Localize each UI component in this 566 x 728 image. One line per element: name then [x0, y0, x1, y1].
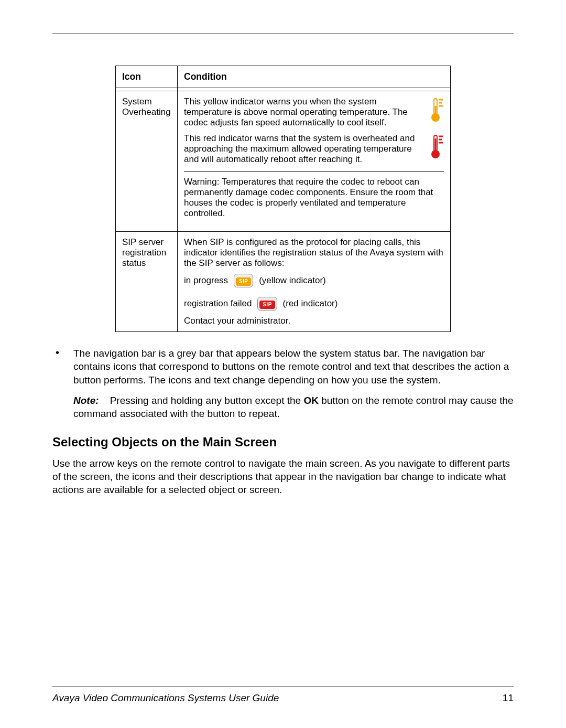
condition-red: This red indicator warns that the system… — [184, 133, 444, 165]
condition-yellow: This yellow indicator warns you when the… — [184, 97, 444, 128]
note-ok: OK — [303, 395, 319, 406]
condition-warning: Warning: Temperatures that require the c… — [184, 177, 444, 219]
bullet-dot-icon: • — [52, 347, 73, 386]
sip-badge-text: SIP — [236, 277, 252, 286]
footer-title: Avaya Video Communications Systems User … — [52, 692, 279, 704]
footer-row: Avaya Video Communications Systems User … — [52, 692, 514, 704]
inner-rule — [184, 171, 444, 172]
page-footer: Avaya Video Communications Systems User … — [52, 687, 514, 704]
footer-rule — [52, 687, 514, 687]
sip-yellow-icon: SIP — [234, 274, 254, 287]
sip-failed-suffix: (red indicator) — [283, 298, 338, 308]
row-icon-label: SIP server registration status — [116, 232, 178, 331]
sip-failed-prefix: registration failed — [184, 298, 252, 308]
page: Icon Condition System Overheating This y… — [0, 0, 566, 728]
note-before-ok: Pressing and holding any button except t… — [110, 395, 304, 406]
condition-red-text: This red indicator warns that the system… — [184, 133, 415, 164]
sip-intro: When SIP is configured as the protocol f… — [184, 237, 444, 269]
sip-inprogress-prefix: in progress — [184, 275, 228, 285]
conditions-table: Icon Condition System Overheating This y… — [115, 66, 451, 332]
header-icon: Icon — [116, 66, 178, 88]
row-condition: When SIP is configured as the protocol f… — [178, 232, 450, 331]
note-block: Note: Pressing and holding any button ex… — [73, 394, 514, 420]
table-header-row: Icon Condition — [116, 66, 450, 88]
bullet-text: The navigation bar is a grey bar that ap… — [73, 347, 514, 386]
sip-inprogress-line: in progress SIP (yellow indicator) — [184, 274, 444, 287]
row-condition: This yellow indicator warns you when the… — [178, 91, 450, 231]
table-row: SIP server registration status When SIP … — [116, 232, 450, 331]
svg-point-11 — [431, 150, 440, 158]
top-rule — [52, 34, 514, 34]
condition-yellow-text: This yellow indicator warns you when the… — [184, 97, 408, 127]
bullet-item: • The navigation bar is a grey bar that … — [52, 347, 514, 386]
sip-inprogress-suffix: (yellow indicator) — [259, 275, 326, 285]
sip-failed-line: registration failed SIP (red indicator) — [184, 297, 444, 311]
note-label: Note: — [73, 395, 99, 406]
footer-page-number: 11 — [503, 692, 514, 704]
sip-red-icon: SIP — [257, 297, 277, 311]
section-heading: Selecting Objects on the Main Screen — [52, 435, 514, 449]
section-body: Use the arrow keys on the remote control… — [52, 457, 514, 496]
header-condition: Condition — [178, 66, 450, 88]
sip-contact: Contact your administrator. — [184, 316, 444, 326]
sip-badge-text: SIP — [259, 301, 275, 309]
svg-point-5 — [431, 113, 440, 122]
thermometer-yellow-icon — [429, 97, 444, 123]
thermometer-red-icon — [429, 133, 444, 159]
row-icon-label: System Overheating — [116, 91, 178, 231]
table-row: System Overheating This yellow indicator… — [116, 91, 450, 232]
